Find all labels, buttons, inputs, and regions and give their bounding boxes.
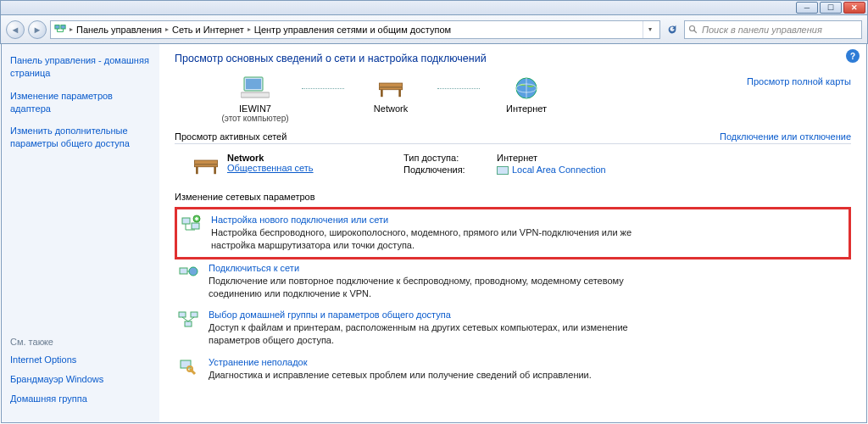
connection-line xyxy=(437,88,480,89)
node-this-computer-sub: (этот компьютер) xyxy=(209,114,302,123)
chevron-right-icon: ▸ xyxy=(165,25,169,33)
svg-rect-0 xyxy=(55,25,59,28)
svg-point-5 xyxy=(690,25,695,31)
content-pane: ? Просмотр основных сведений о сети и на… xyxy=(159,44,866,422)
svg-line-35 xyxy=(188,317,194,321)
chevron-right-icon: ▸ xyxy=(70,25,73,33)
search-placeholder: Поиск в панели управления xyxy=(702,25,822,35)
maximize-button[interactable]: ☐ xyxy=(820,2,842,14)
setup-connection-icon xyxy=(179,215,203,252)
network-center-icon xyxy=(54,23,66,36)
task-setup-new-connection[interactable]: Настройка нового подключения или сети На… xyxy=(175,207,851,259)
address-bar[interactable]: ▸ Панель управления ▸ Сеть и Интернет ▸ … xyxy=(50,20,660,39)
close-icon: ✕ xyxy=(851,3,858,12)
task-homegroup-sharing[interactable]: Выбор домашней группы и параметров общег… xyxy=(175,306,851,354)
task-title: Подключиться к сети xyxy=(209,263,666,273)
task-desc: Настройка беспроводного, широкополосного… xyxy=(211,226,669,252)
close-button[interactable]: ✕ xyxy=(843,2,865,14)
svg-rect-9 xyxy=(241,92,270,98)
task-title: Выбор домашней группы и параметров общег… xyxy=(209,310,666,320)
refresh-icon xyxy=(666,24,678,36)
minimize-icon: ─ xyxy=(804,3,810,12)
active-networks-label: Просмотр активных сетей xyxy=(175,131,287,142)
globe-icon xyxy=(480,73,573,103)
task-title: Настройка нового подключения или сети xyxy=(211,215,669,225)
search-icon xyxy=(688,25,698,35)
back-button[interactable]: ◄ xyxy=(6,20,25,39)
maximize-icon: ☐ xyxy=(827,3,834,12)
computer-icon xyxy=(209,73,302,103)
breadcrumb-control-panel[interactable]: Панель управления xyxy=(76,25,162,35)
minimize-button[interactable]: ─ xyxy=(796,2,818,14)
svg-rect-13 xyxy=(398,90,401,98)
access-type-value: Интернет xyxy=(497,153,537,163)
network-type-link[interactable]: Общественная сеть xyxy=(227,163,314,173)
task-title: Устранение неполадок xyxy=(209,357,592,367)
svg-rect-12 xyxy=(381,90,383,98)
help-icon: ? xyxy=(850,52,855,61)
toolbar: ◄ ► ▸ Панель управления ▸ Сеть и Интерне… xyxy=(0,15,868,44)
task-troubleshoot[interactable]: Устранение неполадок Диагностика и испра… xyxy=(175,354,851,388)
svg-rect-21 xyxy=(182,218,190,224)
task-connect-to-network[interactable]: Подключиться к сети Подключение или повт… xyxy=(175,259,851,307)
node-network: Network xyxy=(344,73,437,114)
breadcrumb-network-internet[interactable]: Сеть и Интернет xyxy=(172,25,244,35)
svg-rect-32 xyxy=(191,312,198,317)
search-input[interactable]: Поиск в панели управления xyxy=(684,20,862,39)
svg-rect-28 xyxy=(180,268,187,274)
see-also-heading: См. также xyxy=(10,337,151,347)
svg-rect-18 xyxy=(194,165,217,167)
svg-line-34 xyxy=(182,317,188,321)
svg-rect-20 xyxy=(214,167,216,175)
task-desc: Доступ к файлам и принтерам, расположенн… xyxy=(209,321,666,347)
sidebar-change-adapter-settings[interactable]: Изменение параметров адаптера xyxy=(10,90,151,115)
active-networks-header: Просмотр активных сетей Подключение или … xyxy=(175,131,851,144)
sidebar-advanced-sharing[interactable]: Изменить дополнительные параметры общего… xyxy=(10,125,151,150)
node-network-label: Network xyxy=(344,103,437,114)
svg-point-29 xyxy=(189,267,198,276)
refresh-button[interactable] xyxy=(664,21,681,38)
node-internet: Интернет xyxy=(480,73,573,114)
nic-icon xyxy=(497,166,509,175)
connect-disconnect-link[interactable]: Подключение или отключение xyxy=(720,131,851,142)
change-settings-header: Изменение сетевых параметров xyxy=(175,192,851,202)
homegroup-icon xyxy=(176,310,200,347)
svg-rect-31 xyxy=(179,312,186,317)
chevron-right-icon: ▸ xyxy=(248,25,251,33)
svg-rect-11 xyxy=(379,87,402,90)
task-desc: Подключение или повторное подключение к … xyxy=(209,275,666,300)
connect-network-icon xyxy=(176,263,200,300)
sidebar: Панель управления - домашняя страница Из… xyxy=(2,44,159,422)
breadcrumb-network-center[interactable]: Центр управления сетями и общим доступом xyxy=(254,25,451,35)
sidebar-windows-firewall[interactable]: Брандмауэр Windows xyxy=(10,373,151,386)
svg-rect-19 xyxy=(196,167,198,175)
active-network-row: Network Общественная сеть Тип доступа: И… xyxy=(175,148,851,188)
sidebar-internet-options[interactable]: Internet Options xyxy=(10,354,151,366)
window-title-bar: ─ ☐ ✕ xyxy=(0,0,868,15)
svg-rect-17 xyxy=(194,160,217,164)
bench-icon xyxy=(344,73,437,103)
help-button[interactable]: ? xyxy=(846,49,860,63)
svg-line-6 xyxy=(694,30,697,32)
network-name: Network xyxy=(227,153,314,163)
task-desc: Диагностика и исправление сетевых пробле… xyxy=(209,369,592,382)
node-internet-label: Интернет xyxy=(480,103,573,114)
node-this-computer-label: IEWIN7 xyxy=(209,103,302,114)
connections-label: Подключения: xyxy=(403,165,497,175)
view-full-map-link[interactable]: Просмотр полной карты xyxy=(747,76,851,126)
address-dropdown[interactable]: ▾ xyxy=(643,21,656,38)
svg-rect-1 xyxy=(61,25,65,28)
page-title: Просмотр основных сведений о сети и наст… xyxy=(175,53,851,64)
connection-link[interactable]: Local Area Connection xyxy=(512,165,606,175)
access-type-label: Тип доступа: xyxy=(403,153,497,163)
main-area: Панель управления - домашняя страница Из… xyxy=(1,44,867,423)
public-network-icon xyxy=(192,153,220,180)
troubleshoot-icon xyxy=(176,357,200,382)
arrow-right-icon: ► xyxy=(33,25,42,35)
sidebar-control-panel-home[interactable]: Панель управления - домашняя страница xyxy=(10,54,151,80)
svg-rect-8 xyxy=(246,79,261,89)
forward-button[interactable]: ► xyxy=(28,20,47,39)
node-this-computer: IEWIN7 (этот компьютер) xyxy=(209,73,302,123)
network-map: IEWIN7 (этот компьютер) Network Интернет xyxy=(209,73,573,123)
sidebar-homegroup[interactable]: Домашняя группа xyxy=(10,393,151,405)
